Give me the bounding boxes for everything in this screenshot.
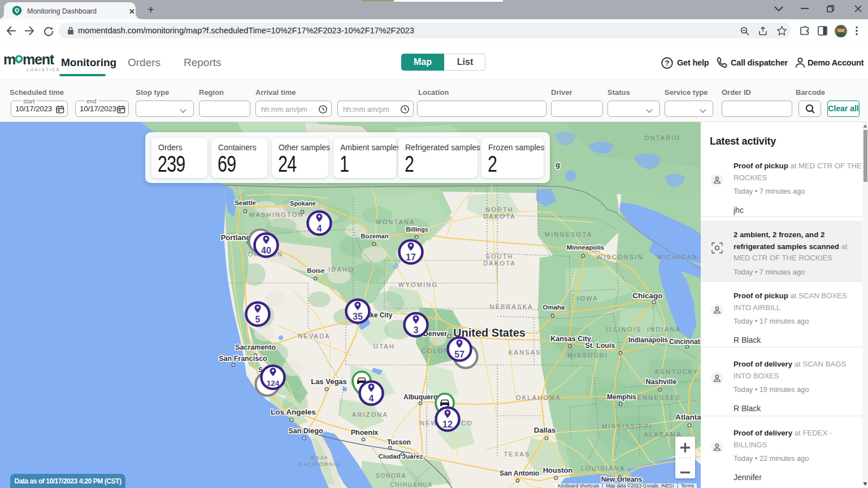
svg-text:Nashville: Nashville bbox=[646, 378, 677, 386]
svg-text:Boise: Boise bbox=[307, 267, 324, 274]
svg-text:SONORA: SONORA bbox=[376, 473, 406, 479]
svg-text:5: 5 bbox=[255, 315, 261, 324]
svg-text:BAJA: BAJA bbox=[311, 454, 329, 460]
svg-text:IOWA: IOWA bbox=[577, 295, 598, 302]
svg-text:4: 4 bbox=[317, 224, 322, 233]
svg-text:LOGISTICS: LOGISTICS bbox=[27, 67, 60, 72]
svg-text:?: ? bbox=[665, 59, 670, 67]
svg-text:WISCONSIN: WISCONSIN bbox=[596, 254, 643, 260]
svg-text:NEVADA: NEVADA bbox=[298, 333, 331, 339]
svg-text:MISSISSIPPI: MISSISSIPPI bbox=[602, 423, 653, 430]
svg-text:SOUTH: SOUTH bbox=[485, 253, 514, 260]
svg-text:Portland: Portland bbox=[221, 233, 251, 242]
svg-text:MISSOURI: MISSOURI bbox=[567, 352, 608, 359]
svg-text:INDIANA: INDIANA bbox=[647, 326, 681, 333]
svg-text:Dallas: Dallas bbox=[534, 426, 555, 434]
svg-text:San Diego: San Diego bbox=[288, 427, 323, 435]
svg-text:TEXAS: TEXAS bbox=[504, 451, 530, 457]
svg-text:MONTANA: MONTANA bbox=[376, 219, 415, 225]
svg-text:4: 4 bbox=[369, 394, 374, 403]
svg-text:IDAHO: IDAHO bbox=[328, 266, 354, 273]
svg-text:Phoenix: Phoenix bbox=[351, 429, 379, 437]
svg-text:Minneapolis: Minneapolis bbox=[567, 244, 604, 251]
svg-text:ILLINOIS: ILLINOIS bbox=[606, 326, 642, 333]
svg-text:Tucson: Tucson bbox=[387, 438, 411, 446]
svg-text:WYOMING: WYOMING bbox=[398, 281, 438, 288]
svg-text:Chicago: Chicago bbox=[632, 291, 662, 300]
svg-text:St. Louis: St. Louis bbox=[585, 342, 615, 350]
svg-text:124: 124 bbox=[267, 379, 280, 387]
svg-text:Cincinnati: Cincinnati bbox=[669, 338, 701, 346]
svg-text:Atlanta: Atlanta bbox=[675, 413, 701, 421]
svg-text:m: m bbox=[4, 51, 15, 67]
svg-text:Houston: Houston bbox=[543, 466, 573, 474]
svg-text:San Antonio: San Antonio bbox=[500, 469, 539, 477]
svg-text:DAKOTA: DAKOTA bbox=[483, 260, 516, 267]
svg-text:Spokane: Spokane bbox=[290, 200, 316, 207]
svg-text:DAKOTA: DAKOTA bbox=[483, 213, 516, 220]
svg-text:Omaha: Omaha bbox=[543, 304, 566, 311]
svg-text:Seattle: Seattle bbox=[235, 199, 256, 206]
svg-text:CHIHUAHUA: CHIHUAHUA bbox=[390, 482, 433, 488]
svg-text:57: 57 bbox=[454, 350, 465, 359]
svg-text:San Francisco: San Francisco bbox=[219, 355, 267, 363]
svg-text:40: 40 bbox=[261, 246, 271, 255]
svg-text:Sacramento: Sacramento bbox=[235, 343, 276, 351]
svg-text:TENNESSEE: TENNESSEE bbox=[632, 394, 681, 401]
svg-text:Bozeman: Bozeman bbox=[361, 233, 389, 239]
svg-text:17: 17 bbox=[406, 252, 416, 262]
svg-text:ARIZONA: ARIZONA bbox=[352, 411, 388, 418]
svg-text:ONTARIO: ONTARIO bbox=[644, 134, 681, 141]
svg-text:3: 3 bbox=[414, 325, 419, 335]
svg-text:MINNESOTA: MINNESOTA bbox=[545, 231, 592, 238]
svg-text:g: g bbox=[555, 160, 560, 169]
svg-text:LOUISIANA: LOUISIANA bbox=[581, 465, 626, 472]
svg-text:United States: United States bbox=[453, 326, 526, 339]
svg-text:Indianapolis: Indianapolis bbox=[628, 336, 668, 344]
svg-text:35: 35 bbox=[353, 312, 363, 321]
svg-text:Los Angeles: Los Angeles bbox=[271, 408, 316, 416]
svg-text:Las Vegas: Las Vegas bbox=[311, 377, 347, 386]
svg-text:MICHIGAN: MICHIGAN bbox=[657, 254, 698, 260]
svg-text:ment: ment bbox=[23, 51, 55, 67]
svg-text:Memphis: Memphis bbox=[607, 393, 636, 401]
svg-text:CALIFORNIA: CALIFORNIA bbox=[298, 461, 341, 467]
svg-text:NEBRASKA: NEBRASKA bbox=[489, 303, 533, 310]
svg-text:Billings: Billings bbox=[406, 226, 428, 233]
svg-text:WASHINGTON: WASHINGTON bbox=[249, 211, 303, 218]
svg-text:KENTUCKY: KENTUCKY bbox=[655, 368, 699, 375]
svg-text:OKLAHOMA: OKLAHOMA bbox=[516, 394, 561, 401]
svg-text:12: 12 bbox=[442, 420, 453, 429]
svg-text:KANSAS: KANSAS bbox=[509, 349, 541, 356]
svg-text:NORTH: NORTH bbox=[485, 206, 514, 213]
svg-text:UTAH: UTAH bbox=[374, 343, 395, 350]
